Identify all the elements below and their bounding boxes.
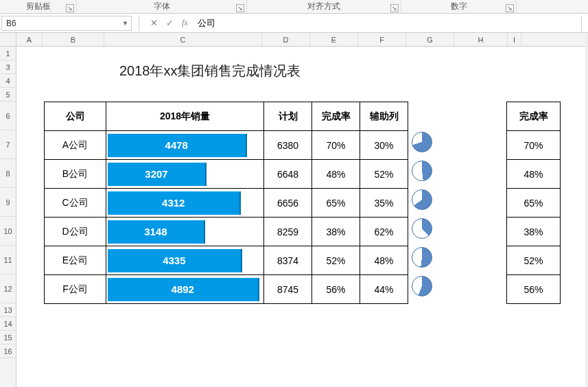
cell-sales-bar[interactable]: 4312 xyxy=(106,189,264,218)
ribbon-group: 对齐方式↘ xyxy=(247,0,401,13)
scrollbar-vertical[interactable] xyxy=(585,33,588,387)
cell-rate[interactable]: 70% xyxy=(312,131,360,160)
row-header[interactable]: 3 xyxy=(0,60,16,74)
table-row[interactable]: C公司4312665665%35% xyxy=(45,189,408,218)
dialog-launcher-icon[interactable]: ↘ xyxy=(390,4,399,12)
formula-input[interactable] xyxy=(192,18,581,28)
table-row[interactable]: F公司4892874556%44% xyxy=(45,275,408,304)
cell-sales-bar[interactable]: 4892 xyxy=(106,275,264,304)
row-header[interactable]: 16 xyxy=(0,344,16,358)
row-header[interactable]: 7 xyxy=(0,130,16,159)
cell-plan[interactable]: 8745 xyxy=(264,275,312,304)
row-header[interactable]: 12 xyxy=(0,274,16,303)
row-header[interactable]: 10 xyxy=(0,217,16,246)
row-header[interactable]: 6 xyxy=(0,102,16,130)
column-header[interactable]: I xyxy=(508,33,521,46)
row-header[interactable]: 11 xyxy=(0,246,16,274)
cell-rate[interactable]: 52% xyxy=(312,246,360,275)
column-header[interactable]: B xyxy=(43,33,104,46)
cell-aux[interactable]: 35% xyxy=(360,189,408,218)
cell-aux[interactable]: 62% xyxy=(360,218,408,246)
cell-plan[interactable]: 6380 xyxy=(264,131,312,160)
table-row[interactable]: B公司3207664848%52% xyxy=(45,160,408,189)
table-row[interactable]: E公司4335837452%48% xyxy=(45,246,408,275)
row-header[interactable]: 13 xyxy=(0,303,16,317)
cancel-icon[interactable]: ✕ xyxy=(150,18,158,28)
column-header[interactable]: A xyxy=(16,33,43,46)
cell-plan[interactable]: 8259 xyxy=(264,218,312,246)
cell-company[interactable]: D公司 xyxy=(45,218,106,246)
cell-company[interactable]: A公司 xyxy=(45,131,106,160)
table-row[interactable]: A公司4478638070%30% xyxy=(45,131,408,160)
cell-plan[interactable]: 6648 xyxy=(264,160,312,189)
row-header[interactable]: 9 xyxy=(0,188,16,217)
cell-rate2[interactable]: 48% xyxy=(507,160,561,189)
cell-rate2[interactable]: 70% xyxy=(507,131,561,160)
cell-company[interactable]: F公司 xyxy=(45,275,106,304)
cell-rate2[interactable]: 56% xyxy=(507,275,561,304)
row-header[interactable]: 1 xyxy=(0,47,16,60)
column-header[interactable]: D xyxy=(262,33,310,46)
column-header[interactable]: G xyxy=(406,33,454,46)
cell-rate2[interactable]: 65% xyxy=(507,189,561,218)
table-row[interactable]: 70% xyxy=(507,131,561,160)
column-header[interactable]: C xyxy=(104,33,262,46)
table-row[interactable]: 65% xyxy=(507,189,561,218)
dialog-launcher-icon[interactable]: ↘ xyxy=(236,4,244,12)
cell-aux[interactable]: 44% xyxy=(360,275,408,304)
table-row[interactable]: 38% xyxy=(507,218,561,246)
table-row[interactable]: 52% xyxy=(507,246,561,275)
table-row[interactable]: 56% xyxy=(507,275,561,304)
row-header[interactable]: 14 xyxy=(0,317,16,331)
data-bar: 4892 xyxy=(108,278,259,301)
cell-aux[interactable]: 30% xyxy=(360,131,408,160)
cell-company[interactable]: B公司 xyxy=(45,160,106,189)
ribbon-group-labels: 剪贴板↘字体↘对齐方式↘数字↘ xyxy=(0,0,588,14)
dialog-launcher-icon[interactable]: ↘ xyxy=(506,4,514,12)
cell-rate2[interactable]: 38% xyxy=(507,218,561,246)
data-bar: 4312 xyxy=(108,191,241,215)
pie-icon xyxy=(412,276,432,296)
cell-plan[interactable]: 8374 xyxy=(264,246,312,275)
cell-rate[interactable]: 38% xyxy=(312,218,360,246)
cell-rate[interactable]: 48% xyxy=(312,160,360,189)
data-bar: 3207 xyxy=(108,163,207,186)
cell-sales-bar[interactable]: 3207 xyxy=(106,160,264,189)
cell-sales-bar[interactable]: 3148 xyxy=(106,218,264,246)
col-company: 公司 xyxy=(45,102,106,131)
dialog-launcher-icon[interactable]: ↘ xyxy=(66,4,74,12)
confirm-icon[interactable]: ✓ xyxy=(166,18,174,28)
row-header[interactable]: 15 xyxy=(0,331,16,344)
secondary-table: 完成率 70%48%65%38%52%56% xyxy=(506,102,561,304)
cell-plan[interactable]: 6656 xyxy=(264,189,312,218)
name-box-value: B6 xyxy=(6,19,16,28)
pie-icon xyxy=(412,161,432,181)
table-row[interactable]: 48% xyxy=(507,160,561,189)
row-header[interactable]: 5 xyxy=(0,88,16,102)
column-header[interactable]: H xyxy=(454,33,508,46)
table-row[interactable]: D公司3148825938%62% xyxy=(45,218,408,246)
spreadsheet-grid: 1345678910111213141516 ABCDEFGHI 2018年xx… xyxy=(0,33,588,387)
column-header[interactable]: E xyxy=(310,33,358,46)
fx-icon[interactable]: fx xyxy=(182,18,188,28)
cell-rate[interactable]: 65% xyxy=(312,189,360,218)
cell-company[interactable]: E公司 xyxy=(45,246,106,275)
pie-icon xyxy=(412,247,432,268)
name-box[interactable]: B6 ▼ xyxy=(1,16,132,31)
cell-rate2[interactable]: 52% xyxy=(507,246,561,275)
row-header[interactable]: 8 xyxy=(0,159,16,188)
cell-rate[interactable]: 56% xyxy=(312,275,360,304)
cell-company[interactable]: C公司 xyxy=(45,189,106,218)
cell-sales-bar[interactable]: 4478 xyxy=(106,131,264,160)
pie-icon xyxy=(412,189,432,210)
cell-aux[interactable]: 52% xyxy=(360,160,408,189)
row-header[interactable]: 4 xyxy=(0,74,16,88)
ribbon-group: 字体↘ xyxy=(77,0,247,13)
select-all-corner[interactable] xyxy=(0,33,16,47)
name-box-dropdown-icon[interactable]: ▼ xyxy=(122,20,128,27)
column-header[interactable]: F xyxy=(358,33,406,46)
col-rate: 完成率 xyxy=(312,102,360,131)
cell-aux[interactable]: 48% xyxy=(360,246,408,275)
pie-icon xyxy=(412,132,432,152)
cell-sales-bar[interactable]: 4335 xyxy=(106,246,264,275)
